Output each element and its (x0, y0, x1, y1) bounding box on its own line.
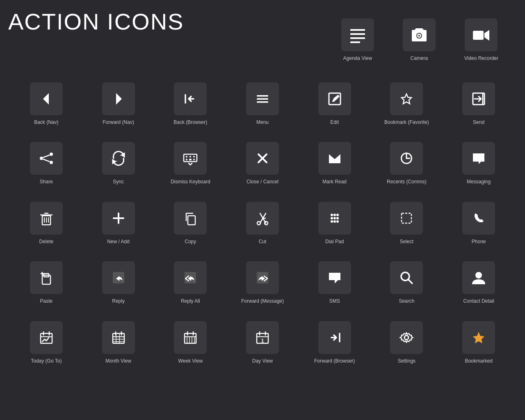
dial-pad-label: Dial Pad (325, 239, 344, 245)
reply-icon-box (102, 261, 135, 294)
phone-icon-box (462, 202, 495, 235)
dial-pad-icon (326, 210, 343, 226)
svg-rect-0 (350, 29, 365, 31)
svg-rect-13 (257, 101, 268, 103)
icon-item-sms: SMS (301, 255, 369, 311)
sms-icon (326, 269, 343, 286)
icon-item-menu: Menu (228, 76, 297, 132)
svg-point-28 (186, 159, 187, 160)
recents-comms-icon-box (390, 142, 423, 175)
close-cancel-icon (254, 150, 271, 167)
month-view-label: Month View (105, 358, 131, 365)
edit-label: Edit (330, 119, 339, 126)
video-recorder-label: Video Recorder (464, 55, 498, 62)
icon-item-bookmark-favorite: Bookmark (Favorite) (373, 76, 441, 132)
day-view-icon-box: 1 (246, 321, 279, 354)
svg-line-22 (43, 155, 50, 158)
icon-item-search: Search (373, 255, 441, 311)
svg-marker-97 (473, 332, 484, 343)
icon-item-back-nav: Back (Nav) (12, 76, 80, 132)
icon-item-mark-read: Mark Read (301, 136, 369, 192)
forward-message-icon (254, 269, 271, 286)
week-view-label: Week View (178, 358, 203, 365)
icons-grid: Back (Nav) Forward (Nav) Back (Browser) (8, 72, 517, 375)
icon-item-day-view: 1 Day View (228, 315, 297, 371)
dial-pad-icon-box (318, 202, 351, 235)
svg-point-57 (331, 220, 333, 223)
svg-rect-45 (188, 216, 195, 225)
icon-item-close-cancel: Close / Cancel (228, 136, 297, 192)
month-view-icon (110, 329, 127, 346)
svg-point-96 (404, 336, 409, 340)
icon-item-forward-nav: Forward (Nav) (84, 76, 153, 132)
mark-read-icon (326, 150, 343, 167)
cut-label: Cut (259, 239, 267, 245)
svg-text:1: 1 (261, 338, 264, 344)
new-add-icon (110, 210, 127, 226)
paste-icon-box (30, 261, 63, 294)
phone-icon (470, 210, 487, 226)
dismiss-keyboard-label: Dismiss Keyboard (171, 179, 210, 185)
svg-point-53 (336, 214, 339, 216)
edit-icon (326, 91, 343, 107)
messaging-icon (470, 150, 487, 167)
icon-item-messaging: Messaging (445, 136, 513, 192)
svg-point-21 (40, 157, 43, 160)
bookmarked-icon (470, 329, 487, 346)
svg-marker-16 (402, 94, 411, 104)
forward-message-label: Forward (Message) (241, 298, 284, 305)
icon-item-new-add: New / Add (84, 196, 153, 251)
week-view-icon-box (174, 321, 207, 354)
contact-detail-icon-box (462, 261, 495, 294)
bookmarked-icon-box (462, 321, 495, 354)
share-icon-box (30, 142, 63, 175)
send-icon-box (462, 82, 495, 115)
copy-icon-box (174, 202, 207, 235)
messaging-label: Messaging (467, 179, 491, 185)
dismiss-keyboard-icon-box (174, 142, 207, 175)
agenda-view-label: Agenda View (343, 55, 372, 62)
icon-item-sync: Sync (84, 136, 153, 192)
forward-browser-label: Forward (Browser) (314, 358, 355, 365)
forward-nav-icon (110, 91, 127, 107)
icon-item-reply-all: Reply All (156, 255, 224, 311)
delete-icon (38, 210, 55, 226)
svg-marker-10 (116, 93, 122, 105)
svg-point-70 (475, 272, 482, 278)
svg-point-58 (333, 220, 336, 223)
bookmark-favorite-label: Bookmark (Favorite) (384, 119, 429, 126)
svg-point-54 (331, 217, 333, 219)
menu-icon (254, 91, 271, 107)
icon-item-phone: Phone (445, 196, 513, 251)
recents-comms-label: Recents (Comms) (387, 179, 427, 185)
icon-item-cut: Cut (228, 196, 297, 251)
messaging-icon-box (462, 142, 495, 175)
search-label: Search (399, 298, 414, 305)
svg-rect-12 (257, 98, 268, 100)
close-cancel-label: Close / Cancel (247, 179, 278, 185)
back-nav-label: Back (Nav) (34, 119, 58, 126)
delete-label: Delete (39, 239, 54, 245)
svg-point-55 (333, 217, 336, 219)
select-icon-box (390, 202, 423, 235)
svg-point-51 (331, 214, 333, 216)
icon-item-agenda-view: Agenda View (339, 12, 376, 68)
icon-item-month-view: Month View (84, 315, 153, 371)
reply-all-label: Reply All (181, 298, 200, 305)
agenda-view-icon (349, 26, 367, 44)
settings-label: Settings (398, 358, 415, 365)
icon-item-today-goto: Today (Go To) (12, 315, 80, 371)
search-icon-box (390, 261, 423, 294)
settings-icon-box (390, 321, 423, 354)
video-recorder-icon (472, 26, 490, 44)
sms-label: SMS (329, 298, 340, 305)
svg-marker-8 (484, 30, 489, 41)
svg-point-30 (193, 159, 195, 160)
icon-item-copy: Copy (156, 196, 224, 251)
icon-item-contact-detail: Contact Detail (445, 255, 513, 311)
settings-icon (398, 329, 415, 346)
back-browser-icon-box (174, 82, 207, 115)
icon-item-reply: Reply (84, 255, 153, 311)
dismiss-keyboard-icon (182, 150, 199, 167)
icon-item-forward-browser: Forward (Browser) (301, 315, 369, 371)
